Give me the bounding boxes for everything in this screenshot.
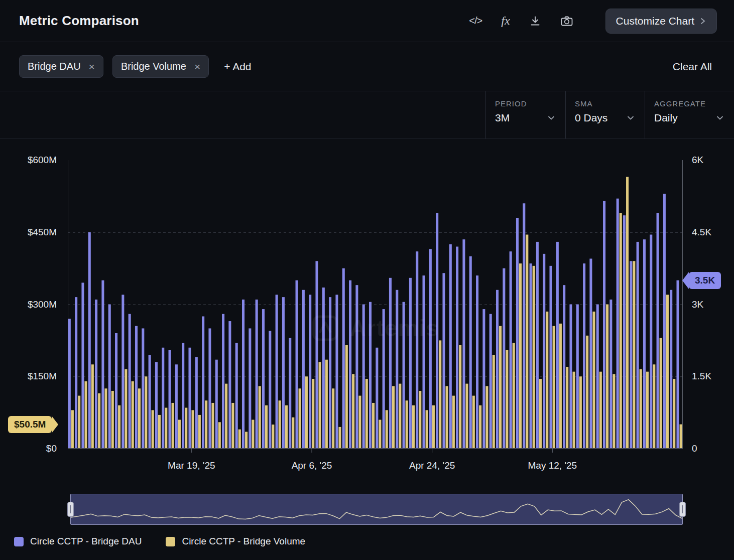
y-tick-label: 4.5K [692,227,711,238]
customize-chart-button[interactable]: Customize Chart [605,9,717,34]
y-tick-label: $150M [28,371,57,382]
x-axis-labels: Mar 19, '25Apr 6, '25Apr 24, '25May 12, … [68,460,683,475]
add-metric-button[interactable]: + Add [224,61,251,73]
x-tick-label: Mar 19, '25 [168,460,215,471]
chart-area: $0$150M$300M$450M$600M Artemis 01.5K3K4.… [0,139,734,489]
x-tick-label: May 12, '25 [528,460,577,471]
chip-bridge-volume[interactable]: Bridge Volume × [112,55,209,78]
x-tick-label: Apr 24, '25 [409,460,455,471]
legend-item-bridge-dau[interactable]: Circle CCTP - Bridge DAU [14,536,142,547]
y-tick-label: $0 [46,443,57,454]
formula-icon[interactable]: fx [501,14,510,28]
embed-code-icon[interactable]: </> [469,15,482,27]
dau-swatch [14,537,24,546]
topbar: Metric Comparison </> fx Cus [0,0,734,42]
period-dropdown[interactable]: PERIOD 3M [485,91,565,138]
clear-all-button[interactable]: Clear All [673,61,712,73]
y-tick-label: 0 [692,443,697,454]
chevron-right-icon [699,17,706,25]
plot-area[interactable]: Artemis [68,160,683,449]
navigator-right-handle[interactable] [679,502,686,517]
legend-item-bridge-volume[interactable]: Circle CCTP - Bridge Volume [166,536,305,547]
y-axis-right: 01.5K3K4.5K6K [689,160,731,449]
x-tick-label: Apr 6, '25 [292,460,332,471]
chevron-down-icon [716,115,724,121]
topbar-actions: </> fx Customize Chart [469,9,717,34]
aggregate-dropdown[interactable]: AGGREGATE Daily [645,91,734,138]
y-tick-label: $600M [28,155,57,166]
y-tick-label: 6K [692,155,703,166]
volume-swatch [166,537,175,546]
page-title: Metric Comparison [19,13,139,29]
navigator-left-handle[interactable] [67,502,74,517]
download-icon[interactable] [529,15,541,27]
legend: Circle CCTP - Bridge DAU Circle CCTP - B… [14,536,734,547]
camera-icon[interactable] [560,15,573,27]
remove-chip-icon[interactable]: × [89,61,95,72]
bars-svg [68,160,683,453]
chevron-down-icon [547,115,555,121]
sma-dropdown[interactable]: SMA 0 Days [565,91,645,138]
y-tick-label: $300M [28,299,57,310]
y-tick-label: 3K [692,299,703,310]
remove-chip-icon[interactable]: × [194,61,200,72]
chart-controls-row: PERIOD 3M SMA 0 Days AGGREGATE Daily [0,91,734,139]
volume-value-callout: $50.5M [8,416,52,433]
y-axis-left: $0$150M$300M$450M$600M [0,160,62,449]
chip-bridge-dau[interactable]: Bridge DAU × [19,55,103,78]
chevron-down-icon [627,115,635,121]
dau-value-callout: 3.5K [689,272,721,289]
range-navigator[interactable] [70,494,683,525]
y-tick-label: $450M [28,227,57,238]
metric-chips-row: Bridge DAU × Bridge Volume × + Add Clear… [0,42,734,91]
metric-comparison-panel: Metric Comparison </> fx Cus [0,0,734,560]
y-tick-label: 1.5K [692,371,711,382]
navigator-sparkline [71,494,682,524]
